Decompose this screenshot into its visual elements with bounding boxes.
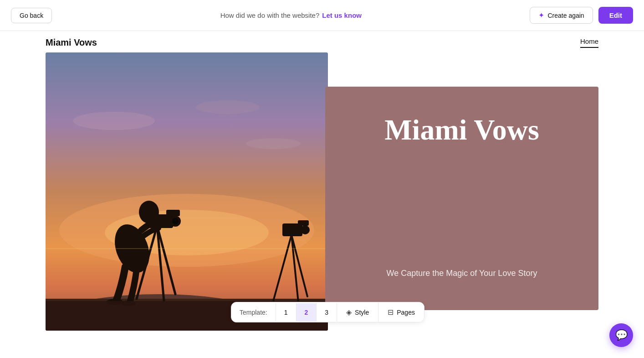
topbar: Go back How did we do with the website? … [0, 0, 644, 31]
svg-rect-0 [46, 52, 328, 331]
sparkle-icon: ✦ [538, 11, 544, 20]
bottom-toolbar: Template: 1 2 3 ◈ Style ⊟ Pages [231, 302, 424, 322]
secondary-nav: Miami Vows Home [0, 31, 644, 48]
template-3-button[interactable]: 3 [317, 303, 337, 322]
home-nav-link[interactable]: Home [580, 37, 598, 48]
svg-point-7 [246, 138, 301, 149]
svg-point-14 [172, 218, 179, 224]
topbar-right: ✦ Create again Edit [530, 7, 633, 24]
hero-panel: Miami Vows We Capture the Magic of Your … [325, 87, 598, 310]
pages-icon: ⊟ [388, 308, 394, 316]
hero-image [46, 52, 328, 331]
topbar-center: How did we do with the website? Let us k… [220, 11, 362, 19]
nav-links: Home [580, 37, 598, 48]
style-label: Style [355, 309, 369, 316]
style-icon: ◈ [346, 308, 352, 316]
feedback-text: How did we do with the website? [220, 11, 320, 19]
topbar-left: Go back [11, 8, 52, 23]
pages-button[interactable]: ⊟ Pages [378, 302, 424, 322]
chat-bubble-button[interactable]: 💬 [609, 323, 633, 347]
template-2-button[interactable]: 2 [296, 303, 317, 322]
svg-point-5 [73, 112, 155, 130]
template-label: Template: [231, 303, 276, 322]
create-again-button[interactable]: ✦ Create again [530, 7, 593, 24]
site-title: Miami Vows [46, 37, 97, 48]
template-1-button[interactable]: 1 [276, 303, 296, 322]
svg-point-6 [196, 100, 260, 114]
go-back-button[interactable]: Go back [11, 8, 52, 23]
main-content: Miami Vows We Capture the Magic of Your … [46, 52, 598, 335]
style-button[interactable]: ◈ Style [337, 302, 378, 322]
pages-label: Pages [397, 309, 415, 316]
svg-rect-12 [166, 210, 180, 216]
svg-rect-23 [298, 220, 309, 226]
let-us-know-link[interactable]: Let us know [322, 11, 362, 19]
chat-icon: 💬 [615, 329, 628, 341]
create-again-label: Create again [547, 12, 584, 19]
svg-point-24 [301, 225, 310, 234]
hero-panel-subtitle: We Capture the Magic of Your Love Story [387, 269, 537, 278]
hero-panel-title: Miami Vows [384, 114, 539, 146]
edit-button[interactable]: Edit [598, 7, 633, 24]
